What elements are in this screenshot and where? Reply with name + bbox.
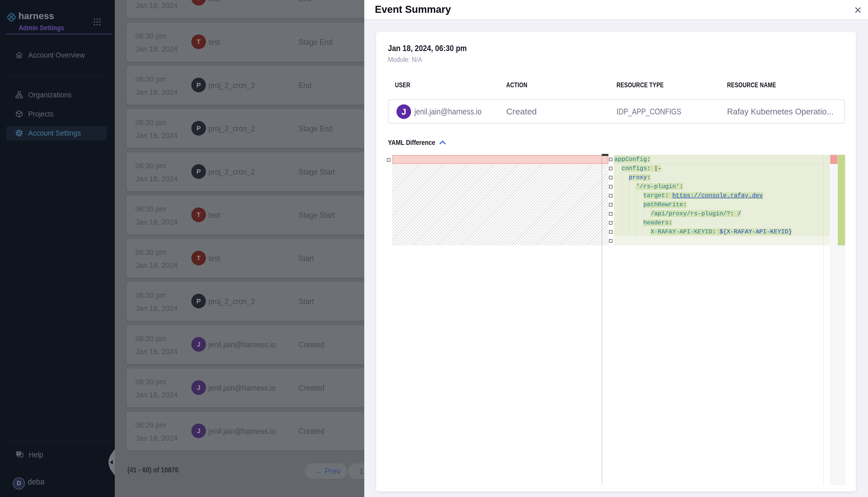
- svg-text:?: ?: [18, 452, 19, 455]
